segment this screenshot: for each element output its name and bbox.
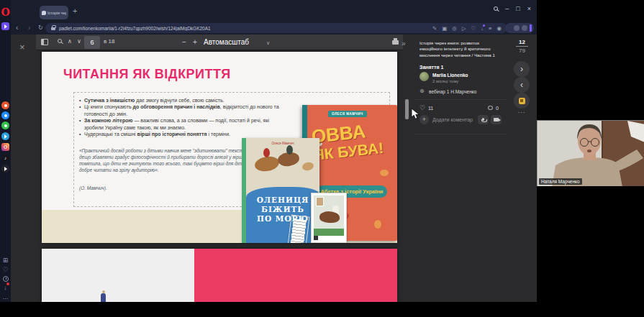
- voice-comment-button[interactable]: [478, 115, 489, 124]
- doodle-shape: [380, 170, 389, 176]
- page-number-input[interactable]: 6: [84, 36, 100, 49]
- more-options-button[interactable]: ...: [514, 107, 530, 114]
- tiny-figure-illustration: [101, 293, 106, 302]
- aria-icon[interactable]: [1, 22, 9, 30]
- board-view-button[interactable]: [514, 93, 530, 109]
- bookmarks-heart-icon[interactable]: ♡: [0, 266, 11, 273]
- zoom-mode-select[interactable]: Автомасштаб ∨: [204, 37, 270, 48]
- whatsapp-icon[interactable]: [1, 121, 9, 129]
- page7-pink-block: [194, 249, 397, 302]
- horse-illustration: [254, 155, 281, 173]
- browser-tab[interactable]: Історія через книги розви: [40, 6, 68, 19]
- camera-ring-icon: [4, 145, 7, 149]
- padlet-title: Історія через книги: розвиток емоційного…: [419, 40, 502, 58]
- slide-quote-author: (О. Мамчич).: [79, 185, 107, 190]
- zoom-out-button[interactable]: −: [182, 38, 186, 46]
- pdf-search-icon[interactable]: [58, 39, 62, 43]
- divider: [414, 99, 507, 100]
- postcard-illustration: [311, 193, 347, 243]
- mouse-cursor: [411, 108, 420, 120]
- avatar[interactable]: [419, 72, 429, 81]
- new-tab-button[interactable]: +: [73, 6, 77, 15]
- facebook-messenger-icon[interactable]: [1, 111, 9, 119]
- extensions-area: [505, 23, 534, 33]
- video-comment-button[interactable]: [491, 115, 502, 124]
- post-panel: Історія через книги: розвиток емоційного…: [414, 35, 507, 302]
- slideshow-nav: 12 79 › ‹ ...: [507, 35, 537, 302]
- webcam-video: [538, 121, 644, 186]
- previous-post-button[interactable]: ‹: [514, 77, 530, 93]
- pin-icon[interactable]: ◎: [452, 25, 457, 32]
- comment-bubble-icon[interactable]: [488, 106, 493, 110]
- slide-counter-total: 79: [516, 47, 528, 54]
- notification-dot: [6, 282, 9, 285]
- back-button[interactable]: ‹: [16, 24, 18, 32]
- post-title: Заняття 1: [419, 65, 443, 70]
- opera-logo-icon[interactable]: O: [1, 6, 10, 18]
- speed-dial-icon[interactable]: ⊞: [0, 257, 11, 264]
- notification-dot: [483, 24, 485, 27]
- forward-button[interactable]: ›: [28, 24, 30, 32]
- add-comment-button[interactable]: +: [419, 115, 429, 124]
- deer-illustration: [301, 161, 314, 171]
- close-window-button[interactable]: ×: [527, 5, 531, 12]
- url-field[interactable]: padlet.com/lionenkomariia/1-r2i4fzu7qpzh…: [45, 23, 507, 33]
- telegram-icon[interactable]: [1, 132, 9, 140]
- grass-illustration: [314, 229, 344, 236]
- history-icon[interactable]: [3, 276, 9, 282]
- player-icon[interactable]: [1, 165, 9, 173]
- collections-icon[interactable]: ≡: [489, 25, 491, 32]
- print-icon[interactable]: [392, 40, 399, 45]
- send-to-device-icon[interactable]: ▷: [462, 25, 466, 32]
- close-overlay-button[interactable]: ×: [19, 42, 25, 52]
- sidebar-toggle-bar[interactable]: [530, 24, 532, 32]
- search-icon[interactable]: [494, 6, 498, 11]
- snapshot-icon[interactable]: ▣: [442, 25, 447, 32]
- minimize-button[interactable]: –: [505, 5, 509, 12]
- slide-bullet: За кожною літерою — важливі слова, а за …: [79, 117, 282, 131]
- likes-count: 11: [428, 106, 433, 111]
- horse-illustration: [319, 211, 340, 223]
- rider-illustration: [286, 145, 293, 155]
- webcam-window[interactable]: Наталя Марченко: [537, 120, 644, 186]
- profile-icon[interactable]: ◉: [496, 25, 502, 32]
- collapse-panel-icon[interactable]: »: [402, 40, 406, 47]
- opera-sidebar: O ♪ ⊞ ♡ ↓ ...: [0, 0, 11, 302]
- tab-bar: Історія через книги розви + – □ ×: [11, 0, 537, 22]
- next-page-button[interactable]: ∨: [77, 38, 81, 45]
- sidebar-more-icon[interactable]: ...: [0, 293, 11, 300]
- pdf-toolbar: ∧ ∨ 6 в 18 − + Автомасштаб ∨: [36, 35, 403, 50]
- slide-counter-current: 12: [516, 39, 528, 47]
- extension-icon[interactable]: [514, 25, 520, 31]
- maximize-button[interactable]: □: [516, 5, 520, 12]
- desktop: O ♪ ⊞ ♡ ↓ ... Історія через книги розви …: [0, 0, 644, 317]
- extension-icon[interactable]: [522, 25, 527, 31]
- comment-input[interactable]: Додати коментар: [432, 117, 473, 122]
- pdf-sidebar-toggle-icon[interactable]: [41, 39, 48, 45]
- portrait-thumbnail: [316, 197, 324, 206]
- reader-icon[interactable]: ✎: [432, 25, 437, 32]
- book-author: ОЛЕСЯ МАМЧИЧ: [328, 111, 367, 117]
- download-icon[interactable]: ↓: [481, 25, 484, 32]
- dot-icon: [4, 104, 7, 107]
- text-leaflet: [287, 215, 309, 243]
- tiktok-icon[interactable]: ♪: [1, 154, 9, 162]
- dot-icon: [4, 114, 7, 117]
- reload-button[interactable]: ↻: [38, 24, 43, 32]
- rider-illustration: [263, 148, 270, 157]
- downloads-icon[interactable]: ↓: [0, 284, 11, 291]
- zoom-in-button[interactable]: +: [193, 38, 197, 46]
- previous-page-button[interactable]: ∧: [68, 38, 72, 45]
- slide-bullet: Чудернацькі та смішні вірші про історичн…: [79, 131, 282, 137]
- scrollbar-thumb[interactable]: [405, 99, 409, 119]
- video-camera-icon: [494, 118, 499, 121]
- like-button[interactable]: ♡: [419, 104, 425, 111]
- attachment-link[interactable]: вебінар 1 Н.Марченко: [429, 89, 476, 94]
- bookmark-heart-icon[interactable]: ♡: [471, 25, 476, 32]
- microphone-icon: [482, 118, 484, 121]
- chevron-down-icon: ∨: [266, 37, 270, 49]
- messenger-orange-icon[interactable]: [1, 101, 9, 109]
- divider: [414, 134, 507, 134]
- instagram-icon[interactable]: [1, 143, 9, 151]
- next-post-button[interactable]: ›: [514, 61, 530, 77]
